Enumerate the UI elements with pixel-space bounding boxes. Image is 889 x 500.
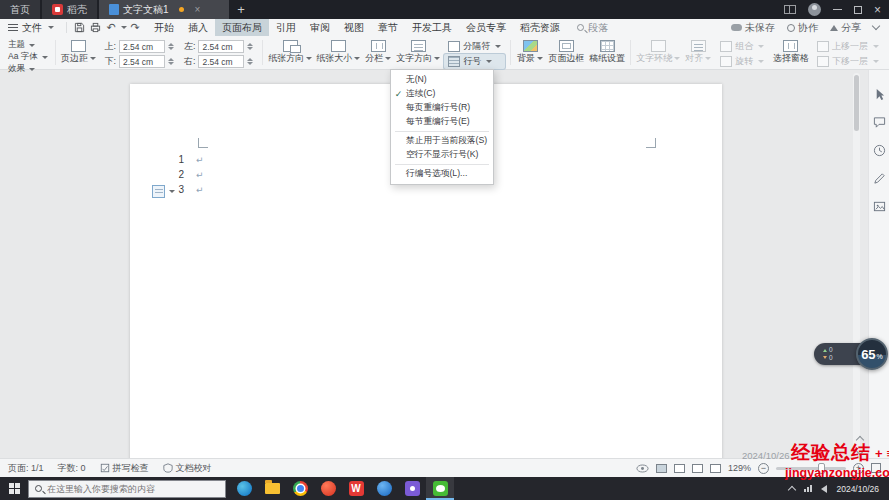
tray-date[interactable]: 2024/10/26: [836, 484, 879, 494]
save-button[interactable]: [71, 20, 87, 35]
taskbar-app-purple[interactable]: [398, 477, 426, 500]
tab-start[interactable]: 开始: [147, 19, 181, 36]
network-icon[interactable]: [804, 485, 812, 492]
share-icon: [830, 25, 838, 31]
redo-button[interactable]: ↷: [127, 20, 143, 35]
vertical-scrollbar[interactable]: [853, 73, 860, 451]
taskbar-search-input[interactable]: [47, 484, 219, 494]
usage-ball[interactable]: 65 %: [856, 338, 888, 370]
paper-orientation-button[interactable]: 纸张方向: [266, 38, 314, 67]
columns-button[interactable]: 分栏: [362, 38, 394, 67]
undo-button[interactable]: ↶: [103, 20, 119, 35]
share-button[interactable]: 分享: [830, 21, 861, 35]
proofread-button[interactable]: 文档校对: [163, 462, 212, 475]
menu-item-suppress-current-paragraph[interactable]: 禁止用于当前段落(S): [391, 134, 493, 148]
docer-tab-label: 稻壳: [67, 3, 87, 17]
volume-icon[interactable]: [821, 485, 827, 493]
close-tab-icon[interactable]: ×: [192, 4, 204, 15]
pointer-icon[interactable]: [873, 88, 886, 101]
pen-icon[interactable]: [873, 172, 886, 185]
start-button[interactable]: [0, 477, 28, 500]
layout-switch-icon[interactable]: [784, 5, 796, 14]
tab-view[interactable]: 视图: [337, 19, 371, 36]
web-view-icon[interactable]: [692, 464, 703, 473]
menu-item-restart-each-page[interactable]: 每页重编行号(R): [391, 101, 493, 115]
home-tab[interactable]: 首页: [0, 0, 40, 19]
outline-view-icon[interactable]: [674, 464, 685, 473]
paper-setup-button[interactable]: 稿纸设置: [587, 38, 628, 67]
selection-pane-button[interactable]: 选择窗格: [770, 38, 811, 67]
theme-button[interactable]: 主题: [8, 39, 48, 51]
taskbar-app-blue[interactable]: [370, 477, 398, 500]
menu-item-line-number-options[interactable]: 行编号选项(L)...: [391, 167, 493, 181]
caret-down-icon: [674, 57, 680, 60]
margin-right-input[interactable]: [198, 55, 244, 68]
menu-item-restart-each-section[interactable]: 每节重编行号(E): [391, 115, 493, 129]
tab-references[interactable]: 引用: [269, 19, 303, 36]
word-count[interactable]: 字数: 0: [58, 462, 86, 475]
breaks-button[interactable]: 分隔符: [444, 39, 505, 54]
effect-scheme-button[interactable]: 效果: [8, 63, 48, 75]
taskbar-app-browser[interactable]: [314, 477, 342, 500]
margin-bottom-stepper[interactable]: [168, 58, 174, 65]
margin-left-input[interactable]: [198, 40, 244, 53]
paste-options-button[interactable]: [152, 185, 175, 198]
new-tab-button[interactable]: +: [231, 0, 251, 19]
margin-top-stepper[interactable]: [168, 43, 174, 50]
comment-icon[interactable]: [873, 116, 886, 129]
taskbar-app-chrome[interactable]: [286, 477, 314, 500]
menu-item-hide-empty-lines[interactable]: 空行不显示行号(K): [391, 148, 493, 162]
taskbar-app-edge[interactable]: [230, 477, 258, 500]
page-border-button[interactable]: 页面边框: [546, 38, 587, 67]
text-direction-button[interactable]: 文字方向: [394, 38, 442, 67]
taskbar-app-wechat[interactable]: [426, 477, 454, 500]
history-icon[interactable]: [873, 144, 886, 157]
scrollbar-thumb[interactable]: [854, 75, 859, 131]
eye-protect-icon[interactable]: [636, 464, 649, 473]
tab-page-layout[interactable]: 页面布局: [215, 19, 269, 36]
taskbar-search[interactable]: [28, 480, 226, 498]
line-number-button[interactable]: 行号: [444, 54, 505, 69]
read-view-icon[interactable]: [710, 464, 721, 473]
minimize-button[interactable]: [833, 9, 842, 10]
account-avatar[interactable]: [808, 3, 821, 16]
collapse-ribbon-icon[interactable]: [872, 22, 880, 30]
margin-right-stepper[interactable]: [247, 58, 253, 65]
tab-member[interactable]: 会员专享: [459, 19, 513, 36]
tab-docer-resources[interactable]: 稻壳资源: [513, 19, 567, 36]
margin-top-input[interactable]: [119, 40, 165, 53]
tab-insert[interactable]: 插入: [181, 19, 215, 36]
font-scheme-button[interactable]: Aa 字体: [8, 51, 48, 63]
menu-item-continuous[interactable]: ✓ 连续(C): [391, 87, 493, 101]
tab-dev-tools[interactable]: 开发工具: [405, 19, 459, 36]
share-label: 分享: [841, 21, 861, 35]
tray-expand-icon[interactable]: [788, 486, 796, 494]
zoom-value[interactable]: 129%: [728, 463, 751, 473]
tab-review[interactable]: 审阅: [303, 19, 337, 36]
tab-section[interactable]: 章节: [371, 19, 405, 36]
document-tab[interactable]: 文字文稿1 ×: [99, 0, 229, 19]
spellcheck-button[interactable]: 拼写检查: [100, 462, 149, 475]
margin-bottom-input[interactable]: [119, 55, 165, 68]
paper-size-button[interactable]: 纸张大小: [314, 38, 362, 67]
ribbon-search[interactable]: 段落: [577, 21, 608, 35]
close-window-button[interactable]: ×: [874, 4, 881, 16]
maximize-button[interactable]: [854, 6, 862, 14]
taskbar-app-explorer[interactable]: [258, 477, 286, 500]
paragraph-mark: ↵: [196, 185, 204, 195]
unsaved-status[interactable]: 未保存: [731, 21, 775, 35]
margin-left-stepper[interactable]: [247, 43, 253, 50]
caret-down-icon: [873, 60, 879, 63]
margins-button[interactable]: 页边距: [59, 38, 99, 67]
page-view-icon[interactable]: [656, 464, 667, 473]
speed-ball-widget[interactable]: 0 0 65 %: [814, 338, 888, 370]
docer-tab[interactable]: 稻壳: [42, 0, 97, 19]
file-menu-button[interactable]: 文件: [0, 21, 62, 35]
zoom-out-button[interactable]: −: [758, 463, 769, 474]
print-button[interactable]: [87, 20, 103, 35]
taskbar-app-wps[interactable]: W: [342, 477, 370, 500]
image-icon[interactable]: [873, 200, 886, 213]
background-button[interactable]: 背景: [514, 38, 546, 67]
collaborate-button[interactable]: 协作: [787, 21, 818, 35]
menu-item-none[interactable]: 无(N): [391, 73, 493, 87]
